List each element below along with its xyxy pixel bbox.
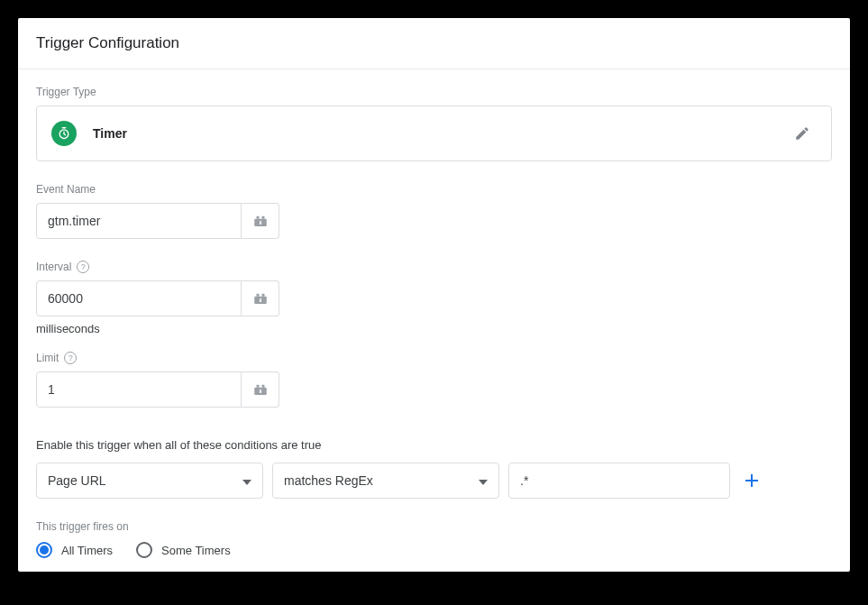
svg-rect-13 bbox=[261, 385, 264, 388]
timer-icon bbox=[51, 121, 77, 146]
limit-label-text: Limit bbox=[36, 352, 59, 364]
svg-rect-2 bbox=[256, 216, 259, 219]
lego-icon bbox=[252, 382, 269, 397]
event-name-input[interactable] bbox=[36, 203, 242, 239]
interval-variable-button[interactable] bbox=[242, 280, 279, 316]
radio-icon bbox=[136, 542, 152, 558]
limit-label: Limit ? bbox=[36, 352, 832, 364]
condition-operator-select[interactable]: matches RegEx bbox=[272, 463, 499, 499]
plus-icon bbox=[745, 473, 759, 488]
panel-title: Trigger Configuration bbox=[18, 18, 850, 69]
svg-rect-8 bbox=[261, 294, 264, 297]
svg-rect-5 bbox=[259, 221, 260, 222]
trigger-config-panel: Trigger Configuration Trigger Type Timer… bbox=[18, 18, 850, 572]
trigger-type-card[interactable]: Timer bbox=[36, 105, 832, 161]
lego-icon bbox=[252, 214, 269, 228]
interval-input[interactable] bbox=[36, 280, 242, 316]
svg-rect-9 bbox=[259, 300, 260, 302]
interval-unit: milliseconds bbox=[36, 322, 832, 335]
panel-body: Trigger Type Timer Event Name bbox=[18, 69, 850, 572]
svg-rect-3 bbox=[261, 216, 264, 219]
trigger-type-name: Timer bbox=[93, 126, 772, 141]
limit-help-icon[interactable]: ? bbox=[64, 352, 77, 364]
add-condition-button[interactable] bbox=[739, 468, 764, 493]
caret-down-icon bbox=[242, 473, 251, 488]
interval-label: Interval ? bbox=[36, 261, 832, 273]
limit-variable-button[interactable] bbox=[242, 371, 279, 408]
event-name-variable-button[interactable] bbox=[242, 203, 279, 239]
radio-some-timers[interactable]: Some Timers bbox=[136, 542, 231, 558]
svg-rect-14 bbox=[259, 391, 260, 393]
svg-rect-4 bbox=[259, 223, 260, 225]
conditions-label: Enable this trigger when all of these co… bbox=[36, 438, 832, 452]
fires-on-label: This trigger fires on bbox=[36, 520, 832, 533]
radio-all-timers[interactable]: All Timers bbox=[36, 542, 113, 558]
radio-label: Some Timers bbox=[161, 544, 231, 557]
edit-trigger-type-button[interactable] bbox=[788, 119, 817, 148]
interval-help-icon[interactable]: ? bbox=[77, 261, 89, 273]
condition-operator-value: matches RegEx bbox=[284, 473, 479, 488]
limit-input[interactable] bbox=[36, 371, 242, 408]
svg-rect-12 bbox=[256, 385, 259, 388]
svg-rect-15 bbox=[259, 390, 260, 390]
lego-icon bbox=[252, 291, 269, 306]
condition-variable-select[interactable]: Page URL bbox=[36, 463, 263, 499]
svg-rect-10 bbox=[259, 298, 260, 299]
event-name-label: Event Name bbox=[36, 183, 832, 196]
svg-rect-7 bbox=[256, 294, 259, 297]
radio-icon bbox=[36, 542, 52, 558]
condition-value-input[interactable] bbox=[508, 463, 730, 499]
caret-down-icon bbox=[479, 473, 488, 488]
interval-label-text: Interval bbox=[36, 261, 71, 273]
pencil-icon bbox=[794, 125, 810, 142]
condition-row: Page URL matches RegEx bbox=[36, 463, 832, 499]
condition-variable-value: Page URL bbox=[48, 473, 242, 488]
radio-label: All Timers bbox=[61, 544, 113, 557]
fires-on-radio-group: All Timers Some Timers bbox=[36, 542, 832, 558]
trigger-type-label: Trigger Type bbox=[36, 86, 832, 98]
